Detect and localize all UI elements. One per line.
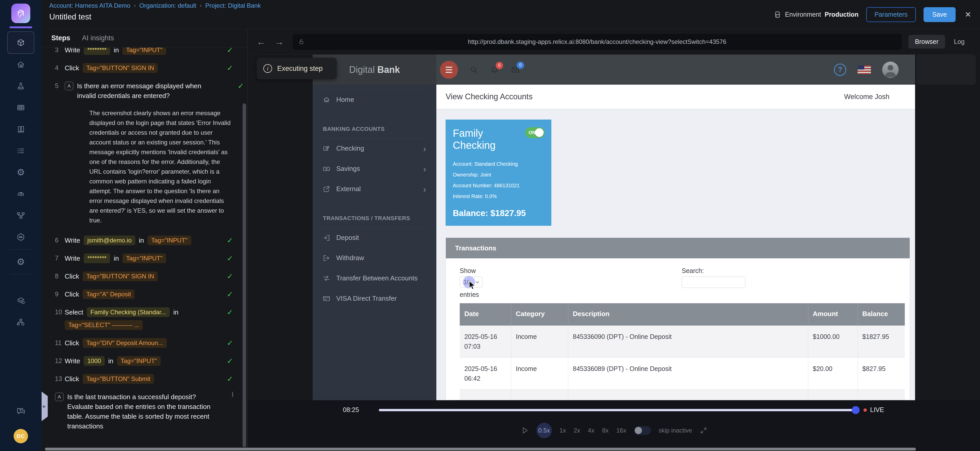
step-row[interactable]: 8ClickTag="BUTTON" SIGN IN✓ [55,267,233,285]
sidebar-item-visa-direct-transfer[interactable]: VISA Direct Transfer [313,288,436,309]
account-card[interactable]: Family Checking ON Account: Standard Che… [445,119,551,226]
step-body: Write********inTag="INPUT" [65,48,222,55]
skip-inactive-toggle[interactable] [634,426,651,435]
settings-gear-icon[interactable]: ⚙ [0,162,41,183]
tab-browser[interactable]: Browser [908,35,945,49]
user-avatar[interactable]: DC [14,429,28,443]
notifications-bell-icon[interactable]: 0 [490,65,499,74]
project-settings-gear-icon[interactable]: ⚙ [0,251,41,273]
steps-scrollbar[interactable] [243,103,246,447]
executions-icon[interactable] [0,119,41,140]
sidebar-item-home[interactable]: Home [313,89,436,110]
step-row[interactable]: 3Write********inTag="INPUT"✓ [55,48,233,59]
step-line: ClickTag="BUTTON" SIGN IN [65,63,222,73]
breadcrumb-link[interactable]: Organization: default [139,2,196,9]
step-row[interactable]: 7Write********inTag="INPUT"✓ [55,249,233,267]
speed-4x[interactable]: 4x [588,427,594,434]
back-icon[interactable]: ← [257,37,266,47]
speed-0.5x[interactable]: 0.5x [536,423,552,438]
harness-logo-icon[interactable] [11,3,30,23]
timeline-scrubber-knob[interactable] [852,406,860,414]
step-row[interactable]: 9ClickTag="A" Deposit✓ [55,285,233,303]
fullscreen-expand-icon[interactable] [700,427,707,434]
agent-incognito-icon[interactable] [0,183,41,205]
org-settings-icon[interactable] [0,311,41,333]
speed-8x[interactable]: 8x [602,427,609,434]
test-lab-icon[interactable] [0,75,41,97]
us-flag-icon[interactable] [858,65,871,74]
step-target-badge: Tag="INPUT" [148,235,191,245]
close-icon[interactable]: ✕ [963,10,973,19]
step-action: Write [65,254,80,263]
step-body: SelectFamily Checking (Standar...inTag="… [65,307,222,330]
table-row[interactable]: 2025-05-1607:03Income845336090 (DPT) - O… [460,326,905,357]
speed-16x[interactable]: 16x [616,427,626,434]
sidebar-item-withdraw[interactable]: Withdraw [313,248,436,268]
home-icon[interactable] [0,54,41,75]
tab-ai-insights[interactable]: AI insights [82,34,114,42]
help-icon[interactable]: ? [834,64,846,76]
sidebar-item-external[interactable]: External› [313,179,436,199]
check-icon: ✓ [227,375,233,383]
url-bar[interactable]: http://prod.dbank.staging-apps.relicx.ai… [293,34,902,50]
horizontal-scrollbar[interactable] [45,448,916,451]
chat-help-icon[interactable] [14,401,28,422]
step-row[interactable]: AIs the last transaction a successful de… [55,388,233,435]
step-value-badge: 1000 [84,356,105,366]
sidebar-item-savings[interactable]: Savings› [313,159,436,179]
column-header-date[interactable]: Date [460,303,511,326]
breadcrumb: Account: Harness AITA Demo›Organization:… [49,2,261,9]
messages-envelope-icon[interactable]: 0 [511,65,520,75]
parameters-button[interactable]: Parameters [866,7,916,22]
ci-loop-icon[interactable] [0,226,41,248]
assert-question: Is the last transaction a successful dep… [67,392,212,431]
workflow-icon[interactable] [0,205,41,226]
column-header-balance[interactable]: Balance [858,303,905,326]
step-number: 12 [55,356,65,365]
step-row[interactable]: 11ClickTag="DIV" Deposit Amoun...✓ [55,334,233,352]
account-toggle[interactable]: ON [525,127,545,138]
step-row[interactable]: 6Writejsmith@demo.ioinTag="INPUT"✓ [55,232,233,249]
table-row[interactable]: 2025-05-1606:42Income845336089 (DPT) - O… [460,357,905,390]
breadcrumb-link[interactable]: Account: Harness AITA Demo [49,2,130,9]
play-button[interactable] [520,426,529,435]
step-action: Write [65,48,80,55]
checklist-icon[interactable] [0,140,41,162]
step-row[interactable]: 4ClickTag="BUTTON" SIGN IN✓ [55,59,233,77]
breadcrumb-link[interactable]: Project: Digital Bank [205,2,261,9]
step-status: ✓ [222,307,233,316]
sidebar-item-deposit[interactable]: Deposit [313,227,436,248]
rail-item-pipeline-active[interactable] [7,31,34,54]
sidebar-menu-button[interactable] [440,61,458,79]
step-row[interactable]: 5AIs there an error message displayed wh… [55,77,233,232]
bank-user-avatar[interactable] [882,62,899,78]
forward-icon[interactable]: → [275,37,284,47]
step-status: ✓ [233,81,244,90]
sidebar-item-transfer-between-accounts[interactable]: Transfer Between Accounts [313,268,436,288]
column-header-amount[interactable]: Amount [808,303,858,326]
step-text: in [139,235,144,245]
grid-table-icon[interactable] [0,97,41,119]
step-row[interactable]: 10SelectFamily Checking (Standar...inTag… [55,303,233,334]
tab-steps[interactable]: Steps [51,34,70,42]
search-input[interactable] [682,276,745,288]
panel-collapse-handle[interactable]: ▶ [41,391,48,421]
save-button[interactable]: Save [924,7,956,22]
skip-inactive-label: skip inactive [659,427,692,434]
step-target-badge: Tag="INPUT" [117,356,161,366]
timeline-track[interactable] [379,409,855,411]
step-row[interactable]: 12Write1000inTag="INPUT"✓ [55,352,233,370]
external-icon [323,186,336,193]
step-row[interactable]: 13ClickTag="BUTTON" Submit✓ [55,370,233,388]
deposit-icon [323,234,336,241]
step-number: 8 [55,272,65,280]
tab-log[interactable]: Log [947,35,971,49]
search-icon[interactable] [470,65,479,74]
layers-settings-icon[interactable] [0,290,41,311]
column-header-description[interactable]: Description [568,303,808,326]
sidebar-item-checking[interactable]: Checking› [313,138,436,159]
cell-balance: $1827.95 [858,326,905,357]
speed-1x[interactable]: 1x [560,427,566,434]
column-header-category[interactable]: Category [511,303,568,326]
speed-2x[interactable]: 2x [574,427,580,434]
